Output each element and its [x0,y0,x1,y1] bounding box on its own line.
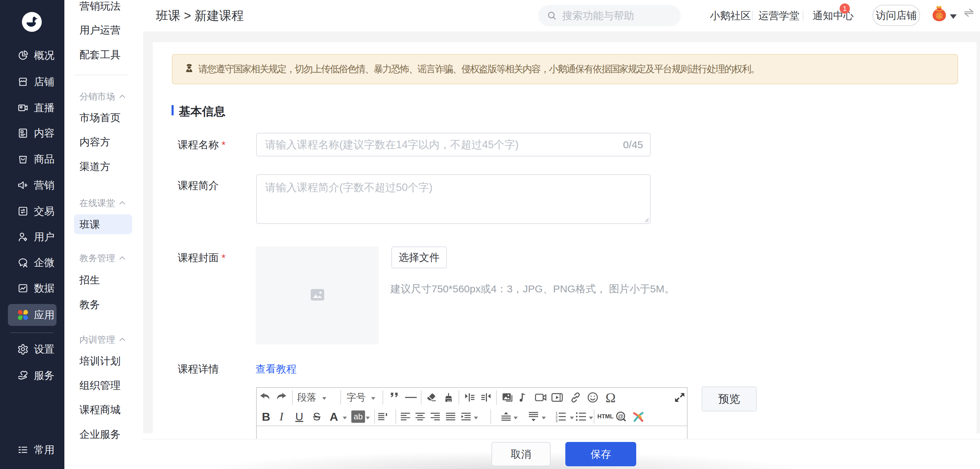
svg-text:福: 福 [937,13,942,19]
svg-text:3: 3 [555,419,557,423]
svg-text:@: @ [618,413,624,419]
